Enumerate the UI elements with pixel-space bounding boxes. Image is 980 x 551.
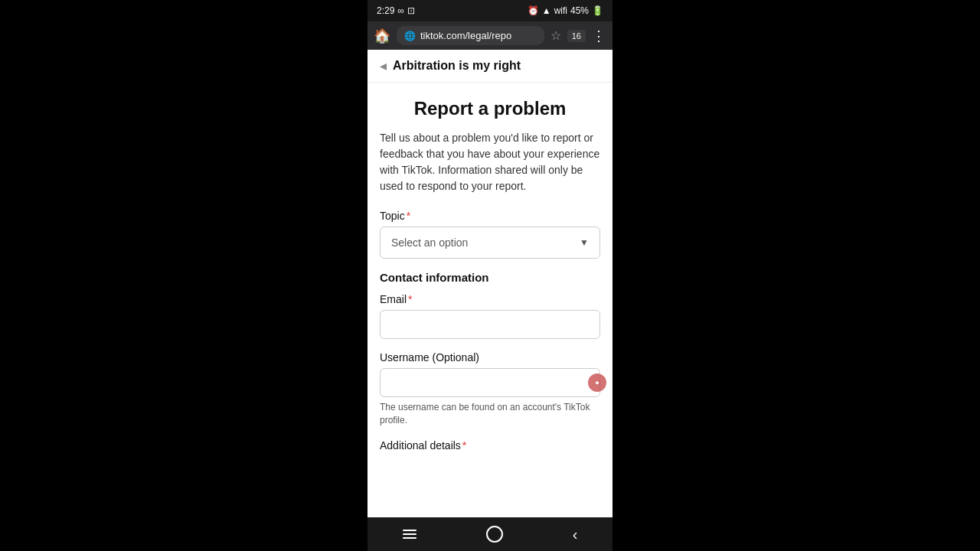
back-arrow-icon: ‹: [573, 526, 578, 543]
home-circle-icon: [486, 526, 503, 543]
email-required-indicator: *: [408, 293, 412, 305]
battery-icon: 🔋: [592, 5, 603, 16]
username-input[interactable]: [380, 368, 600, 397]
topic-select-placeholder: Select an option: [391, 236, 468, 249]
back-button[interactable]: ◂: [380, 57, 387, 74]
topic-label: Topic *: [380, 210, 600, 222]
status-bar: 2:29 ∞ ⊡ ⏰ ▲ wifi 45% 🔋: [368, 0, 612, 21]
battery-display: 45%: [570, 5, 589, 16]
email-input[interactable]: [380, 310, 600, 339]
page-content: ◂ Arbitration is my right Report a probl…: [368, 50, 612, 517]
email-field-group: Email *: [380, 293, 600, 339]
browser-chrome: 🏠 🌐 tiktok.com/legal/repo ☆ 16 ⋮: [368, 21, 612, 50]
nav-home-button[interactable]: [474, 520, 515, 549]
nav-menu-button[interactable]: [390, 523, 429, 545]
dropdown-chevron-icon: ▼: [580, 237, 589, 248]
url-text: tiktok.com/legal/repo: [420, 30, 537, 41]
status-right: ⏰ ▲ wifi 45% 🔋: [528, 5, 603, 16]
page-header-title: Arbitration is my right: [393, 59, 521, 73]
page-header-bar: ◂ Arbitration is my right: [368, 50, 612, 83]
nav-back-button[interactable]: ‹: [560, 520, 590, 549]
hamburger-icon: [403, 530, 416, 539]
topic-required-indicator: *: [407, 210, 410, 222]
bookmark-icon[interactable]: ☆: [550, 28, 561, 43]
contact-section-heading: Contact information: [380, 271, 600, 284]
bottom-nav: ‹: [368, 517, 612, 551]
form-scroll-area: Report a problem Tell us about a problem…: [368, 83, 612, 517]
username-label: Username (Optional): [380, 351, 600, 364]
tabs-button[interactable]: 16: [567, 30, 586, 42]
username-input-wrapper: ●: [380, 368, 600, 397]
username-field-group: Username (Optional) ● The username can b…: [380, 351, 600, 427]
additional-details-required-indicator: *: [462, 439, 466, 452]
floating-action-button[interactable]: ●: [588, 373, 606, 392]
voicemail-icon: ∞: [397, 5, 404, 16]
email-label: Email *: [380, 293, 600, 305]
signal-icon: ▲: [542, 5, 551, 16]
topic-field-group: Topic * Select an option ▼: [380, 210, 600, 259]
form-description: Tell us about a problem you'd like to re…: [380, 130, 600, 194]
alarm-icon: ⏰: [528, 5, 539, 16]
home-button[interactable]: 🏠: [374, 28, 390, 44]
form-title: Report a problem: [380, 98, 600, 119]
topic-select-dropdown[interactable]: Select an option ▼: [380, 227, 600, 259]
contact-section: Contact information Email * Username (Op…: [380, 271, 600, 427]
username-hint: The username can be found on an account'…: [380, 401, 600, 427]
additional-details-field-group: Additional details *: [380, 439, 600, 452]
additional-details-label: Additional details *: [380, 439, 600, 452]
favicon-icon: 🌐: [404, 31, 416, 41]
wifi-icon: wifi: [554, 5, 567, 16]
status-left: 2:29 ∞ ⊡: [377, 5, 415, 16]
screenshot-icon: ⊡: [407, 5, 415, 16]
browser-menu-button[interactable]: ⋮: [592, 28, 606, 44]
url-bar[interactable]: 🌐 tiktok.com/legal/repo: [397, 26, 544, 45]
time-display: 2:29: [377, 5, 394, 16]
